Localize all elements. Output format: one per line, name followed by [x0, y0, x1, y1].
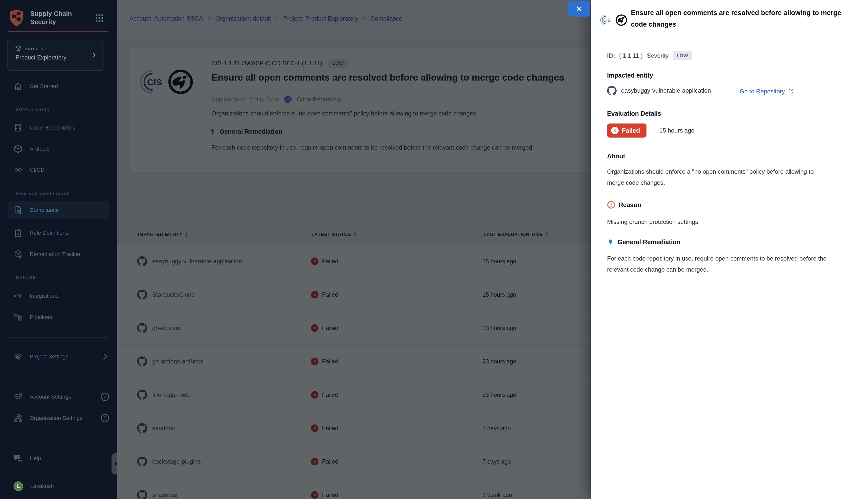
- sidebar-item-compliance[interactable]: Compliance: [8, 201, 109, 219]
- sidebar-item-label: Artifacts: [29, 146, 49, 152]
- sidebar-item-remediation-tracker[interactable]: Remediation Tracker: [8, 245, 109, 264]
- sidebar-item-label: Code Repositories: [29, 124, 75, 131]
- project-selector[interactable]: PROJECT Product Exploratory: [7, 40, 104, 71]
- github-icon: [607, 86, 617, 95]
- sidebar-item-account-settings[interactable]: Account Settings: [8, 388, 109, 406]
- infinity-icon: [14, 166, 23, 174]
- artifacts-cube-icon: [14, 144, 23, 153]
- sidebar-item-code-repositories[interactable]: Code Repositories: [8, 119, 109, 137]
- gear-icon: [14, 352, 23, 361]
- sidebar: Supply Chain Security PROJECT Product Ex…: [0, 0, 117, 499]
- evaluation-details-heading: Evaluation Details: [607, 110, 661, 117]
- sidebar-item-label: Remediation Tracker: [29, 251, 81, 257]
- sidebar-item-label: Account Settings: [29, 393, 71, 400]
- failed-icon: [611, 127, 618, 134]
- failed-status-pill[interactable]: Failed: [607, 123, 647, 137]
- shield-logo-icon: [9, 9, 25, 27]
- about-heading: About: [607, 153, 625, 160]
- id-label: ID:: [607, 52, 615, 59]
- code-repositories-icon: [14, 123, 23, 132]
- rule-detail-drawer: Ensure all open comments are resolved be…: [591, 0, 868, 499]
- cis-logo-icon: [600, 14, 612, 27]
- sidebar-item-label: Integrations: [29, 293, 59, 299]
- id-severity-row: ID: ( 1.1.11 ) Severity LOW: [607, 51, 692, 60]
- sidebar-item-label: Pipelines: [29, 314, 52, 320]
- sidebar-item-artifacts[interactable]: Artifacts: [8, 139, 109, 158]
- drawer-title: Ensure all open comments are resolved be…: [631, 7, 852, 30]
- alert-icon: [607, 201, 615, 209]
- divider: [8, 337, 108, 338]
- app-logo[interactable]: Supply Chain Security: [9, 9, 85, 27]
- general-remediation-text: For each code repository in use, require…: [607, 253, 835, 275]
- severity-label: Severity: [647, 52, 668, 59]
- sidebar-item-pipelines[interactable]: Pipelines: [8, 308, 109, 327]
- sidebar-item-rule-definitions[interactable]: Rule Definitions: [8, 224, 109, 242]
- sidebar-item-integrations[interactable]: Integrations: [8, 287, 109, 305]
- help-chat-icon: [14, 454, 23, 463]
- reason-heading: Reason: [607, 201, 641, 209]
- sidebar-item-label: Get Started: [29, 83, 58, 89]
- sidebar-item-get-started[interactable]: Get Started: [8, 77, 109, 96]
- app-window: Account: Automation-SSCA > Organization:…: [0, 0, 868, 499]
- project-selector-value: Product Exploratory: [15, 54, 66, 61]
- entity-name: easybuggy-vulnerable-application: [621, 87, 711, 94]
- section-label-supply-chain: SUPPLY CHAIN: [16, 107, 50, 112]
- layers-gear-icon: [14, 392, 23, 401]
- close-icon: [575, 5, 583, 13]
- home-icon: [14, 82, 23, 91]
- status-label: Failed: [622, 127, 640, 134]
- org-chart-gear-icon: [14, 414, 23, 423]
- user-name: Lavakush: [30, 483, 54, 489]
- sidebar-item-label: Project Settings: [29, 353, 68, 360]
- app-switcher-grid-icon[interactable]: [94, 13, 105, 23]
- logo-divider: [8, 32, 108, 32]
- drawer-logos: [600, 14, 627, 27]
- external-link-icon: [788, 88, 794, 94]
- sidebar-item-label: CI/CD: [29, 167, 45, 173]
- reason-text: Missing branch protection settings: [607, 216, 698, 228]
- general-remediation-heading: General Remediation: [607, 239, 680, 246]
- sidebar-collapse-handle[interactable]: [111, 453, 117, 474]
- sidebar-item-label: Rule Definitions: [29, 230, 68, 236]
- chevron-right-icon: [91, 52, 97, 59]
- info-icon: [100, 414, 109, 423]
- evaluation-time: 15 hours ago: [659, 127, 695, 134]
- sidebar-item-cicd[interactable]: CI/CD: [8, 161, 109, 179]
- box-wrench-icon: [14, 250, 23, 259]
- project-cube-icon: [15, 45, 22, 52]
- clipboard-check-icon: [14, 228, 23, 238]
- project-selector-label: PROJECT: [25, 47, 47, 51]
- divider: [8, 376, 108, 376]
- info-icon: [100, 392, 109, 401]
- severity-badge: LOW: [673, 51, 692, 60]
- compliance-doc-search-icon: [14, 206, 23, 215]
- sidebar-item-project-settings[interactable]: Project Settings: [8, 348, 109, 366]
- avatar: L: [14, 482, 23, 491]
- user-menu[interactable]: L Lavakush: [8, 477, 109, 496]
- chevron-right-icon: [100, 352, 109, 361]
- app-title: Supply Chain Security: [30, 10, 85, 26]
- sidebar-item-organization-settings[interactable]: Organization Settings: [8, 409, 109, 427]
- owasp-logo-icon: [615, 14, 627, 26]
- lightbulb-icon: [607, 239, 614, 246]
- pipelines-icon: [14, 313, 23, 322]
- sidebar-item-help[interactable]: Help: [8, 449, 109, 467]
- about-text: Organizations should enforce a "no open …: [607, 166, 831, 188]
- section-label-manage: MANAGE: [16, 275, 36, 279]
- sidebar-bottom-divider: [0, 436, 117, 436]
- sidebar-item-label: Compliance: [29, 207, 59, 214]
- sidebar-item-label: Organization Settings: [29, 415, 82, 422]
- section-label-risk-and-compliance: RISK AND COMPLIANCE: [16, 192, 70, 196]
- go-to-repository-link[interactable]: Go to Repository: [740, 88, 794, 95]
- sidebar-item-label: Help: [29, 455, 41, 462]
- impacted-entity-row: easybuggy-vulnerable-application: [607, 86, 711, 95]
- id-value: ( 1.1.11 ): [619, 52, 643, 59]
- close-drawer-button[interactable]: [568, 1, 590, 16]
- integrations-nodes-icon: [14, 291, 23, 301]
- impacted-entity-heading: Impacted entity: [607, 72, 653, 79]
